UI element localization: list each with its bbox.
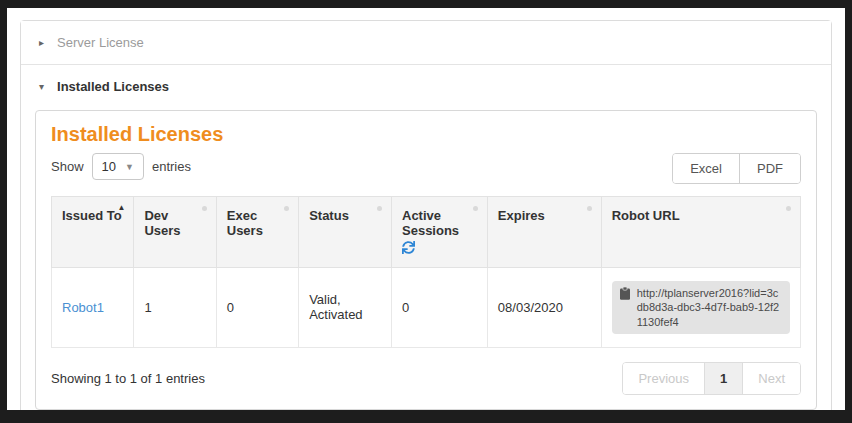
section-installed-licenses[interactable]: ▾ Installed Licenses [21,64,831,108]
cell-expires: 08/03/2020 [487,268,601,348]
refresh-sessions-icon[interactable] [402,241,477,256]
sort-icon [377,206,382,211]
column-header-exec-users[interactable]: Exec Users [216,197,298,268]
installed-licenses-body: Installed Licenses Show 10 ▼ entries Exc… [21,108,831,410]
cell-exec-users: 0 [216,268,298,348]
next-page-button[interactable]: Next [743,363,800,394]
copy-url-badge[interactable]: http://tplanserver2016?lid=3cdb8d3a-dbc3… [612,281,790,334]
clipboard-icon [620,287,630,300]
column-header-status[interactable]: Status [299,197,392,268]
cell-robot-url: http://tplanserver2016?lid=3cdb8d3a-dbc3… [601,268,800,348]
robot-url-text: http://tplanserver2016?lid=3cdb8d3a-dbc3… [637,286,782,329]
page-length-value: 10 [102,159,116,174]
section-server-license[interactable]: ▸ Server License [21,21,831,64]
show-label: Show [51,159,84,174]
page-1-button[interactable]: 1 [704,363,743,394]
sort-ascending-icon: ▲ [117,204,125,212]
chevron-down-icon: ▼ [125,162,134,172]
column-header-expires[interactable]: Expires [487,197,601,268]
table-footer: Showing 1 to 1 of 1 entries Previous 1 N… [51,362,801,395]
entries-summary: Showing 1 to 1 of 1 entries [51,371,205,386]
table-header-row: Issued To ▲ Dev Users Exec Users [52,197,801,268]
entries-label: entries [152,159,191,174]
pagination: Previous 1 Next [622,362,801,395]
sort-icon [202,206,207,211]
installed-licenses-table: Issued To ▲ Dev Users Exec Users [51,196,801,348]
excel-export-button[interactable]: Excel [673,154,740,183]
page-title: Installed Licenses [51,123,801,146]
cell-active-sessions: 0 [392,268,488,348]
robot-link[interactable]: Robot1 [62,300,104,315]
sort-icon [473,206,478,211]
chevron-right-icon: ▸ [39,38,44,48]
column-header-robot-url[interactable]: Robot URL [601,197,800,268]
chevron-down-icon: ▾ [39,82,44,92]
installed-licenses-card: Installed Licenses Show 10 ▼ entries Exc… [35,110,817,410]
table-toolbar: Show 10 ▼ entries Excel PDF [51,153,801,184]
license-accordion: ▸ Server License ▾ Installed Licenses In… [20,20,832,410]
page-length-control: Show 10 ▼ entries [51,153,191,180]
column-header-issued-to[interactable]: Issued To ▲ [52,197,134,268]
sort-icon [284,206,289,211]
sort-icon [587,206,592,211]
page-length-select[interactable]: 10 ▼ [92,153,144,180]
section-label: Server License [57,35,144,50]
column-header-dev-users[interactable]: Dev Users [134,197,216,268]
page: ▸ Server License ▾ Installed Licenses In… [7,8,845,410]
pdf-export-button[interactable]: PDF [740,154,800,183]
section-label: Installed Licenses [57,79,169,94]
sort-icon [786,206,791,211]
table-row: Robot1 1 0 Valid, Activated 0 08/03/2020 [52,268,801,348]
export-button-group: Excel PDF [672,153,801,184]
previous-page-button[interactable]: Previous [623,363,704,394]
cell-status: Valid, Activated [299,268,392,348]
column-header-active-sessions[interactable]: Active Sessions [392,197,488,268]
cell-dev-users: 1 [134,268,216,348]
cell-issued-to: Robot1 [52,268,134,348]
